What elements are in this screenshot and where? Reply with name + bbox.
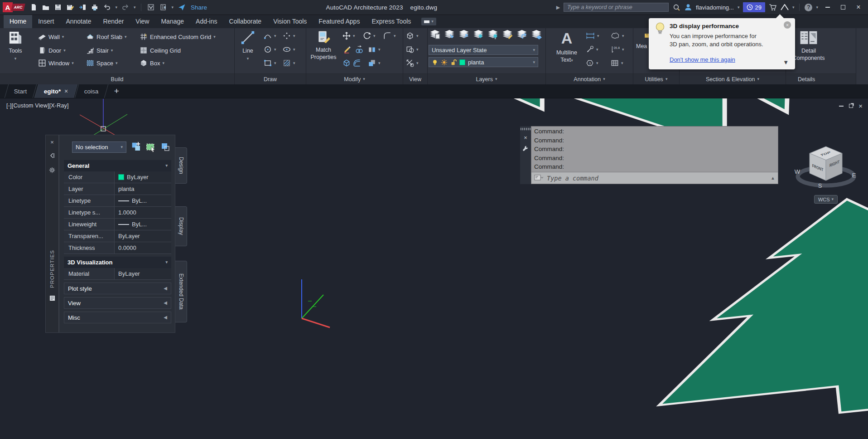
section-misc[interactable]: Misc◀	[64, 312, 171, 323]
hatch-dropdown-icon[interactable]: ▾	[293, 61, 295, 65]
property-row-layer[interactable]: Layerplanta	[64, 183, 171, 195]
box-dropdown-icon[interactable]: ▾	[162, 61, 164, 65]
viewport-controls-label[interactable]: [-][Custom View][X-Ray]	[6, 102, 69, 109]
layer-change-icon[interactable]	[458, 29, 469, 39]
layer-match-icon[interactable]	[444, 29, 455, 39]
layer-state-dropdown[interactable]: Unsaved Layer State ▾	[429, 45, 538, 55]
erase-button[interactable]	[343, 44, 352, 54]
tools-button[interactable]: Tools ▾	[4, 31, 27, 62]
palette-close-icon[interactable]: ×	[50, 139, 54, 146]
tab-view[interactable]: View	[130, 15, 155, 28]
undo-icon[interactable]	[103, 3, 111, 11]
table-button[interactable]: ▾	[611, 58, 623, 68]
circle-dropdown-icon[interactable]: ▾	[274, 48, 276, 52]
properties-palette-icon[interactable]	[159, 3, 167, 11]
stair-button[interactable]: Stair▾	[86, 45, 113, 55]
named-view-button[interactable]: ▾	[406, 44, 419, 54]
tab-annotate[interactable]: Annotate	[60, 15, 97, 28]
ellipse-dropdown-icon[interactable]: ▾	[293, 48, 295, 52]
layer-freeze-icon[interactable]	[473, 29, 484, 39]
toggle-pickadd-icon[interactable]	[160, 141, 171, 154]
property-row-material[interactable]: MaterialByLayer	[64, 268, 171, 280]
stair-dropdown-icon[interactable]: ▾	[111, 49, 113, 53]
tab-express-tools[interactable]: Express Tools	[366, 15, 417, 28]
sheet-set-icon[interactable]	[147, 3, 155, 11]
search-expand-icon[interactable]: ▶	[556, 5, 560, 10]
view-cube-dropdown-icon[interactable]: ▾	[416, 34, 419, 38]
rectangle-button[interactable]: ▾	[264, 58, 276, 68]
viewport-restore-icon[interactable]	[849, 104, 853, 108]
panel-label-layers[interactable]: Layers▾	[428, 73, 545, 84]
share-icon[interactable]	[178, 3, 186, 11]
redo-icon[interactable]	[121, 3, 130, 11]
palette-tab-display[interactable]: Display	[175, 206, 187, 246]
leader-dropdown-icon[interactable]: ▾	[596, 48, 598, 52]
section-plot-style[interactable]: Plot style◀	[64, 283, 171, 294]
selection-dropdown[interactable]: No selection ▾	[72, 141, 126, 153]
search-icon[interactable]	[672, 3, 680, 11]
panel-label-view[interactable]: View	[403, 73, 427, 84]
property-row-linetype-scale[interactable]: Linetype s...1.0000	[64, 207, 171, 219]
offset-button[interactable]	[353, 58, 362, 68]
file-tab-egito[interactable]: egito*×	[34, 84, 77, 98]
window-button[interactable]: Window▾	[38, 58, 74, 68]
circle-button[interactable]: ▾	[264, 44, 276, 54]
viewport-minimize-icon[interactable]	[839, 106, 844, 107]
viewport-close-icon[interactable]: ×	[858, 102, 863, 110]
tab-featured-apps[interactable]: Featured Apps	[313, 15, 366, 28]
section-general[interactable]: General▾	[64, 160, 171, 171]
minimize-button[interactable]	[822, 3, 834, 12]
fillet-dropdown-icon[interactable]: ▾	[394, 34, 396, 38]
rotate-dropdown-icon[interactable]: ▾	[373, 34, 376, 38]
layer-modify-icon[interactable]	[502, 29, 513, 39]
point-button[interactable]: ▾	[283, 31, 295, 41]
extrude-box-button[interactable]	[342, 58, 351, 68]
autodesk-dropdown-icon[interactable]: ▾	[792, 5, 795, 10]
trial-days-badge[interactable]: 29	[743, 2, 765, 12]
user-avatar-icon[interactable]	[684, 3, 692, 11]
close-button[interactable]: ×	[853, 3, 864, 12]
roof-slab-dropdown-icon[interactable]: ▾	[125, 35, 127, 39]
layer-previous-icon[interactable]	[516, 29, 527, 39]
table-dropdown-icon[interactable]: ▾	[621, 61, 623, 65]
space-button[interactable]: Space▾	[86, 58, 117, 68]
cart-icon[interactable]	[769, 3, 777, 11]
door-button[interactable]: Door▾	[38, 45, 66, 55]
view-cube-button[interactable]: ▾	[406, 31, 419, 41]
box-button[interactable]: Box▾	[140, 58, 164, 68]
move-button[interactable]: ▾	[342, 31, 355, 41]
space-dropdown-icon[interactable]: ▾	[116, 61, 118, 65]
door-dropdown-icon[interactable]: ▾	[63, 49, 66, 53]
rotate-button[interactable]: ▾	[363, 31, 376, 41]
roof-slab-button[interactable]: Roof Slab▾	[86, 32, 127, 42]
enhanced-custom-grid-dropdown-icon[interactable]: ▾	[213, 35, 216, 39]
layer-merge-icon[interactable]	[531, 29, 542, 39]
panel-label-details[interactable]: Details	[786, 73, 856, 84]
property-row-thickness[interactable]: Thickness0.0000	[64, 242, 171, 254]
user-dropdown-icon[interactable]: ▾	[738, 5, 740, 10]
drawing-area[interactable]: [-][Custom View][X-Ray] × × Command: Com…	[0, 98, 868, 439]
section-3d-visualization[interactable]: 3D Visualization▾	[64, 257, 171, 268]
command-input[interactable]	[546, 174, 768, 182]
command-history[interactable]: Command: Command: Command: Command: Comm…	[531, 127, 778, 172]
tab-vision-tools[interactable]: Vision Tools	[267, 15, 313, 28]
dimension-button[interactable]: ▾	[586, 31, 599, 41]
quick-select-icon[interactable]	[131, 141, 142, 154]
autodesk-logo-icon[interactable]	[781, 3, 789, 11]
popup-close-icon[interactable]: ×	[784, 21, 791, 29]
command-customize-icon[interactable]	[534, 175, 543, 182]
wall-dropdown-icon[interactable]: ▾	[62, 35, 64, 39]
wall-button[interactable]: Wall▾	[38, 32, 64, 42]
property-row-color[interactable]: ColorByLayer	[64, 171, 171, 183]
property-row-linetype[interactable]: LinetypeByL...	[64, 195, 171, 207]
match-properties-button[interactable]: Match Properties	[309, 30, 338, 61]
undo-dropdown-icon[interactable]: ▾	[115, 5, 117, 10]
enhanced-custom-grid-button[interactable]: Enhanced Custom Grid▾	[140, 32, 216, 42]
section-view[interactable]: View◀	[64, 297, 171, 309]
panel-label-build[interactable]: Build	[0, 73, 234, 84]
command-wrench-icon[interactable]	[522, 145, 529, 153]
move-dropdown-icon[interactable]: ▾	[353, 34, 355, 38]
color-swatch[interactable]	[118, 174, 124, 180]
layer-properties-icon[interactable]	[429, 29, 440, 39]
layer-isolate-icon[interactable]	[487, 29, 498, 39]
